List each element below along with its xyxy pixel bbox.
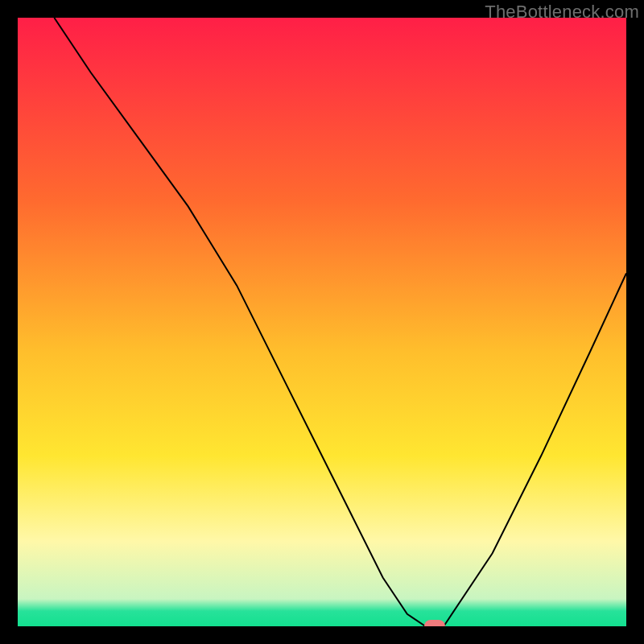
bottleneck-curve — [18, 18, 626, 626]
curve-path — [54, 18, 626, 626]
chart-container: TheBottleneck.com — [0, 0, 644, 644]
watermark-text: TheBottleneck.com — [485, 2, 639, 23]
optimal-marker — [424, 620, 445, 626]
plot-area — [18, 18, 626, 626]
